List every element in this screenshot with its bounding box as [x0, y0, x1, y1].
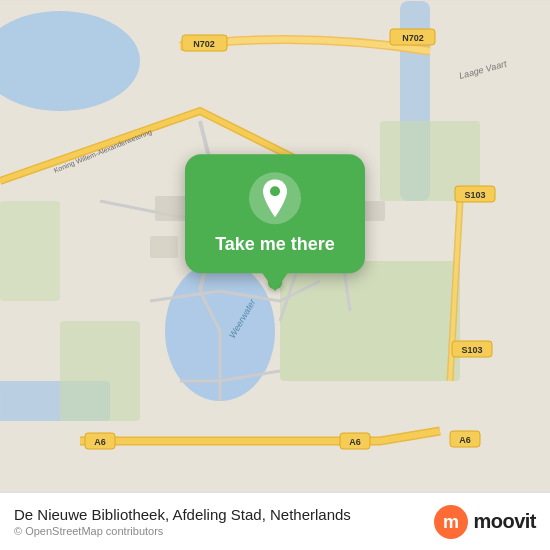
- svg-rect-7: [60, 321, 140, 421]
- moovit-logo[interactable]: m moovit: [433, 504, 536, 540]
- moovit-icon: m: [433, 504, 469, 540]
- svg-text:S103: S103: [461, 345, 482, 355]
- footer-left: De Nieuwe Bibliotheek, Afdeling Stad, Ne…: [14, 506, 351, 537]
- take-me-there-button[interactable]: Take me there: [215, 234, 335, 255]
- svg-text:S103: S103: [464, 190, 485, 200]
- svg-text:N702: N702: [402, 33, 424, 43]
- svg-text:A6: A6: [349, 437, 361, 447]
- svg-point-33: [270, 186, 280, 196]
- svg-rect-8: [0, 201, 60, 301]
- svg-rect-29: [150, 236, 178, 258]
- map-popup[interactable]: Take me there: [185, 154, 365, 289]
- popup-bubble[interactable]: Take me there: [185, 154, 365, 273]
- footer: De Nieuwe Bibliotheek, Afdeling Stad, Ne…: [0, 492, 550, 550]
- location-name: De Nieuwe Bibliotheek, Afdeling Stad, Ne…: [14, 506, 351, 523]
- svg-text:A6: A6: [459, 435, 471, 445]
- location-icon-circle: [249, 172, 301, 224]
- svg-text:N702: N702: [193, 39, 215, 49]
- map-container[interactable]: N702 N702 A6 A6 A6 S103 S103 Laage Vaart…: [0, 0, 550, 492]
- svg-text:A6: A6: [94, 437, 106, 447]
- moovit-text: moovit: [473, 510, 536, 533]
- osm-credit: © OpenStreetMap contributors: [14, 525, 351, 537]
- svg-text:m: m: [443, 512, 459, 532]
- app: N702 N702 A6 A6 A6 S103 S103 Laage Vaart…: [0, 0, 550, 550]
- location-pin-icon: [259, 179, 291, 217]
